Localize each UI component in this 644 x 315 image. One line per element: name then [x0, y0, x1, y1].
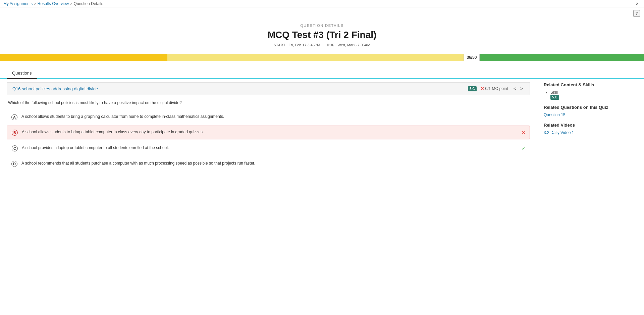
question-header-bar: Q16 school policies addressing digital d…	[7, 82, 530, 95]
answer-option-c: C A school provides a laptop or tablet c…	[7, 141, 530, 155]
wrong-answer-icon: ✕	[522, 130, 526, 135]
score-info: ✕ 0/1 MC point	[481, 86, 508, 91]
related-video-link[interactable]: 3.2 Daily Video 1	[544, 130, 637, 135]
related-content-title: Related Content & Skills	[544, 82, 637, 87]
nav-arrows: < >	[512, 85, 524, 92]
next-question-button[interactable]: >	[519, 85, 524, 92]
dates-row: START Fri, Feb 17 3:45PM DUE Wed, Mar 8 …	[0, 43, 644, 47]
wrong-icon: ✕	[481, 86, 484, 91]
close-button[interactable]: ×	[634, 0, 641, 7]
help-area: ?	[0, 7, 644, 17]
related-question-link[interactable]: Question 15	[544, 113, 637, 117]
breadcrumb-sep-1: >	[34, 2, 36, 6]
skills-list: Skill 5.C	[544, 90, 637, 99]
progress-yellow-segment	[0, 54, 167, 61]
question-header-right: 5.C ✕ 0/1 MC point < >	[468, 85, 524, 92]
sidebar: Related Content & Skills Skill 5.C Relat…	[537, 79, 644, 176]
breadcrumb: My Assignments > Results Overview > Ques…	[3, 1, 103, 6]
sidebar-skill-badge: 5.C	[550, 95, 559, 100]
question-title-link[interactable]: Q16 school policies addressing digital d…	[12, 86, 98, 91]
related-videos-title: Related Videos	[544, 123, 637, 128]
progress-section: 36/50	[0, 50, 644, 64]
due-date: Wed, Mar 8 7:05AM	[337, 43, 370, 47]
breadcrumb-results-overview[interactable]: Results Overview	[38, 1, 69, 6]
main-content: Q16 school policies addressing digital d…	[0, 79, 644, 176]
progress-bar: 36/50	[0, 54, 644, 61]
breadcrumb-my-assignments[interactable]: My Assignments	[3, 1, 33, 6]
related-content-section: Related Content & Skills Skill 5.C	[544, 82, 637, 99]
tab-row: Questions	[0, 68, 644, 79]
progress-light-yellow-segment	[167, 54, 464, 61]
related-videos-section: Related Videos 3.2 Daily Video 1	[544, 123, 637, 135]
option-d-letter: D	[11, 161, 17, 167]
skill-list-item: Skill 5.C	[550, 90, 637, 99]
option-b-text: A school allows students to bring a tabl…	[22, 129, 525, 135]
skills-label: Skill	[550, 90, 558, 95]
question-area: Q16 school policies addressing digital d…	[0, 79, 537, 176]
progress-green-segment	[480, 54, 644, 61]
start-date: Fri, Feb 17 3:45PM	[288, 43, 320, 47]
option-a-text: A school allows students to bring a grap…	[21, 114, 525, 120]
option-b-letter: B	[12, 130, 18, 136]
breadcrumb-sep-2: >	[70, 2, 72, 6]
option-c-text: A school provides a laptop or tablet com…	[22, 145, 525, 151]
score-text: 0/1 MC point	[485, 86, 508, 91]
help-button[interactable]: ?	[633, 10, 640, 17]
related-questions-title: Related Questions on this Quiz	[544, 105, 637, 110]
option-d-text: A school recommends that all students pu…	[21, 161, 525, 166]
option-c-letter: C	[12, 145, 18, 151]
question-text: Which of the following school policies i…	[7, 100, 530, 105]
answer-option-d: D A school recommends that all students …	[7, 157, 530, 170]
skill-badge: 5.C	[468, 86, 477, 91]
correct-answer-icon: ✓	[522, 146, 526, 151]
quiz-title: MCQ Test #3 (Tri 2 Final)	[0, 30, 644, 40]
score-badge: 36/50	[464, 54, 480, 61]
breadcrumb-question-details: Question Details	[74, 1, 103, 6]
page-header: QUESTION DETAILS MCQ Test #3 (Tri 2 Fina…	[0, 17, 644, 50]
top-bar: My Assignments > Results Overview > Ques…	[0, 0, 644, 7]
start-label: START	[274, 43, 285, 47]
section-label: QUESTION DETAILS	[0, 24, 644, 28]
prev-question-button[interactable]: <	[512, 85, 518, 92]
due-label: DUE	[327, 43, 335, 47]
related-questions-section: Related Questions on this Quiz Question …	[544, 105, 637, 117]
answer-option-b: B A school allows students to bring a ta…	[7, 126, 530, 139]
answer-option-a: A A school allows students to bring a gr…	[7, 110, 530, 124]
tab-questions[interactable]: Questions	[7, 68, 37, 79]
option-a-letter: A	[11, 114, 17, 120]
